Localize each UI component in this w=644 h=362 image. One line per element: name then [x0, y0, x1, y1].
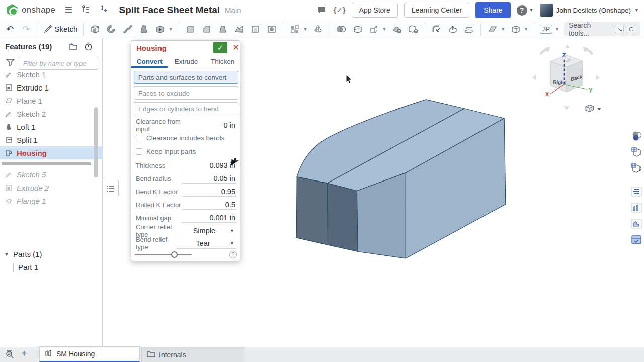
- feature-item-plane1[interactable]: Plane 1: [0, 94, 103, 107]
- tab-convert[interactable]: Convert: [131, 55, 168, 68]
- pattern-menu-caret-icon[interactable]: ▼: [303, 27, 308, 32]
- rib-icon[interactable]: [233, 23, 245, 35]
- dialog-close-button[interactable]: ✕: [230, 42, 242, 53]
- plane-menu-caret-icon[interactable]: ▼: [501, 27, 505, 32]
- tab-sm-housing[interactable]: SM Housing: [39, 346, 140, 362]
- feature-list-flyout-toggle[interactable]: [103, 180, 119, 197]
- plane-icon[interactable]: [487, 23, 498, 35]
- corner-relief-dropdown[interactable]: Simple ▼: [179, 225, 236, 236]
- tab-extrude[interactable]: Extrude: [168, 55, 205, 68]
- feature-item-sketch1[interactable]: Sketch 1: [0, 72, 103, 81]
- tab-manager-icon[interactable]: [5, 349, 16, 361]
- named-views-icon[interactable]: [510, 23, 521, 35]
- view-cube[interactable]: Right Back Top Z X Y: [532, 44, 599, 110]
- main-menu-icon[interactable]: ☰: [64, 5, 72, 16]
- new-folder-icon[interactable]: [69, 42, 78, 52]
- dialog-confirm-button[interactable]: ✓: [213, 42, 227, 53]
- bom-table-panel-icon[interactable]: [630, 185, 643, 198]
- clearance-input[interactable]: 0 in: [189, 120, 236, 130]
- rotate-right-arrow-icon[interactable]: [584, 48, 592, 54]
- rollback-bar[interactable]: [2, 162, 91, 165]
- redo-icon[interactable]: ↷: [20, 23, 32, 35]
- shell-icon[interactable]: [250, 23, 261, 35]
- thicken-menu-caret-icon[interactable]: ▼: [169, 27, 173, 32]
- revolve-icon[interactable]: [106, 23, 117, 35]
- new-tab-icon[interactable]: +: [21, 348, 27, 359]
- comments-icon[interactable]: [315, 4, 328, 16]
- transform-icon[interactable]: [368, 23, 379, 35]
- filter-input[interactable]: [19, 57, 98, 70]
- featurescript-check-icon[interactable]: {✓}: [334, 4, 346, 16]
- named-position-caret-icon[interactable]: ▼: [555, 27, 559, 32]
- thickness-input[interactable]: 0.093 in: [182, 160, 236, 170]
- feature-item-extrude1[interactable]: Extrude 1: [0, 81, 103, 94]
- sheet-metal-flat-pattern-icon[interactable]: [630, 217, 643, 230]
- pan-up-arrow-icon[interactable]: [565, 44, 570, 48]
- feature-list-scrollbar[interactable]: [94, 107, 98, 177]
- feature-item-housing-active[interactable]: Housing: [0, 146, 103, 159]
- keep-input-parts-checkbox[interactable]: [136, 148, 142, 155]
- custom-tables-panel-icon[interactable]: [630, 162, 643, 175]
- sweep-icon[interactable]: [122, 23, 133, 35]
- undo-icon[interactable]: ↶: [4, 23, 16, 35]
- dialog-opacity-slider[interactable]: [135, 251, 195, 259]
- bend-relief-dropdown[interactable]: Tear ▼: [176, 238, 236, 249]
- feature-item-split1[interactable]: Split 1: [0, 133, 103, 146]
- linear-pattern-icon[interactable]: [289, 23, 300, 35]
- chamfer-icon[interactable]: [201, 23, 212, 35]
- boolean-icon[interactable]: [336, 23, 347, 35]
- help-menu[interactable]: ? ▼: [517, 5, 534, 16]
- view-options-button[interactable]: [586, 105, 601, 112]
- user-menu[interactable]: John Desilets (Onshape) ▼: [540, 4, 639, 17]
- parts-header[interactable]: ▼ Parts (1): [4, 250, 42, 258]
- filter-funnel-icon[interactable]: [6, 59, 15, 68]
- faces-to-exclude-field[interactable]: Faces to exclude: [134, 86, 238, 100]
- pan-down-arrow-icon[interactable]: [564, 106, 570, 110]
- fillet-icon[interactable]: [185, 23, 196, 35]
- onshape-logo[interactable]: onshape: [6, 4, 55, 16]
- edges-to-bend-field[interactable]: Edges or cylinders to bend: [134, 102, 238, 115]
- sketch-button[interactable]: Sketch: [44, 24, 78, 34]
- transform-menu-caret-icon[interactable]: ▼: [382, 27, 387, 32]
- model-face-front-mid[interactable]: [328, 183, 358, 251]
- search-tools[interactable]: Search tools... ⌥ C: [564, 22, 640, 36]
- feature-item-extrude2[interactable]: Extrude 2: [0, 181, 103, 194]
- learning-center-button[interactable]: Learning Center: [404, 3, 469, 18]
- parts-collapse-caret-icon[interactable]: ▼: [4, 251, 9, 257]
- parts-to-convert-field[interactable]: Parts and surfaces to convert: [134, 71, 238, 84]
- feature-item-sketch5[interactable]: Sketch 5: [0, 168, 103, 181]
- loft-icon[interactable]: [138, 23, 149, 35]
- hole-icon[interactable]: [266, 23, 277, 35]
- workspace-name[interactable]: Main: [225, 6, 242, 15]
- part-item-1[interactable]: Part 1: [13, 263, 38, 272]
- app-store-button[interactable]: App Store: [352, 3, 398, 18]
- split-icon[interactable]: [352, 23, 363, 35]
- versions-tree-icon[interactable]: [82, 5, 91, 16]
- rolled-k-factor-input[interactable]: 0.5: [182, 200, 236, 210]
- replace-face-icon[interactable]: [463, 23, 475, 35]
- clearance-includes-bends-row[interactable]: Clearance includes bends: [136, 132, 236, 143]
- slider-thumb[interactable]: [171, 251, 178, 258]
- delete-face-icon[interactable]: [391, 23, 403, 35]
- bend-radius-input[interactable]: 0.05 in: [182, 173, 236, 184]
- slider-track[interactable]: [135, 254, 192, 255]
- feature-item-loft1[interactable]: Loft 1: [0, 120, 103, 133]
- appearance-panel-icon[interactable]: [630, 130, 643, 143]
- feature-item-flange1[interactable]: Flange 1: [0, 194, 103, 207]
- named-position-3p-button[interactable]: 3P: [540, 25, 552, 34]
- draft-icon[interactable]: [217, 23, 228, 35]
- share-button[interactable]: Share: [475, 2, 510, 18]
- extrude-icon[interactable]: [89, 23, 101, 35]
- clearance-includes-bends-checkbox[interactable]: [136, 135, 142, 141]
- cut-list-panel-icon[interactable]: [630, 201, 643, 214]
- delete-part-icon[interactable]: [408, 23, 419, 35]
- keep-input-parts-row[interactable]: Keep input parts: [136, 146, 236, 157]
- tab-internals[interactable]: Internals: [141, 347, 243, 362]
- create-version-icon[interactable]: [100, 5, 108, 16]
- mirror-icon[interactable]: [312, 23, 324, 35]
- history-stopwatch-icon[interactable]: [84, 42, 93, 53]
- pan-right-arrow-icon[interactable]: [596, 75, 600, 80]
- tab-thicken[interactable]: Thicken: [204, 55, 241, 68]
- thicken-icon[interactable]: [154, 23, 166, 35]
- configurations-panel-icon[interactable]: [630, 146, 643, 159]
